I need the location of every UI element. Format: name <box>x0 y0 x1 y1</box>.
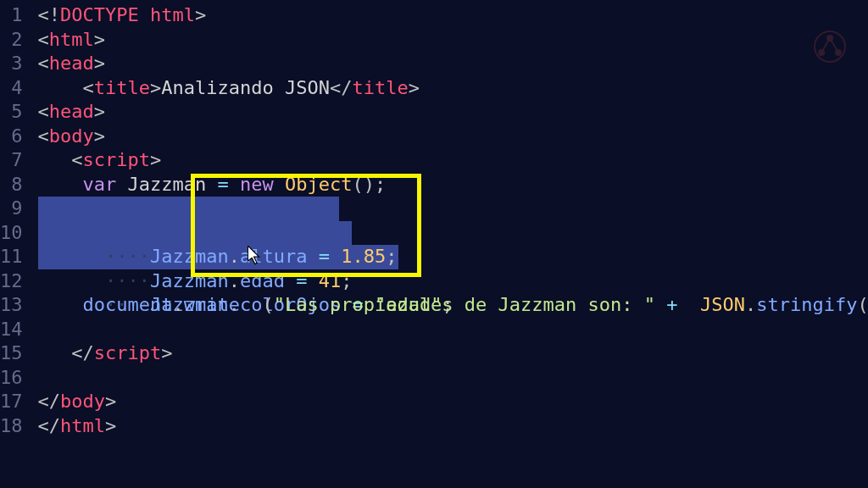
line-number: 17 <box>0 390 23 414</box>
watermark-icon <box>809 25 851 68</box>
line-number: 7 <box>0 148 23 173</box>
code-line[interactable]: </html> <box>38 414 869 439</box>
code-line[interactable]: <head> <box>38 100 869 125</box>
line-number: 9 <box>0 197 23 221</box>
code-area[interactable]: <!DOCTYPE html> <html> <head> <title>Ana… <box>38 0 869 488</box>
line-number: 3 <box>0 52 23 76</box>
code-line[interactable]: var Jazzman = new Object(); <box>38 173 869 197</box>
line-number: 12 <box>0 269 23 294</box>
line-number: 6 <box>0 125 23 149</box>
line-number: 13 <box>0 293 23 318</box>
line-number: 14 <box>0 318 23 342</box>
code-line[interactable]: document.write ("Las propiedades de Jazz… <box>38 293 869 318</box>
line-number: 8 <box>0 173 23 197</box>
code-line[interactable]: <head> <box>38 52 869 76</box>
code-line[interactable]: <script> <box>38 148 869 173</box>
code-line[interactable]: <html> <box>38 28 869 53</box>
line-number: 10 <box>0 221 23 246</box>
code-line[interactable]: <!DOCTYPE html> <box>38 3 869 28</box>
line-number: 18 <box>0 414 23 439</box>
code-line[interactable]: <body> <box>38 125 869 149</box>
code-line[interactable]: ····Jazzman.altura = 1.85; <box>38 197 869 221</box>
code-line[interactable] <box>38 366 869 391</box>
code-line[interactable]: ····Jazzman.edad = 41; <box>38 221 869 246</box>
code-editor[interactable]: 1 2 3 4 5 6 7 8 9 10 11 12 13 14 15 16 1… <box>0 0 868 488</box>
code-line[interactable] <box>38 318 869 342</box>
line-number: 15 <box>0 341 23 366</box>
line-number: 16 <box>0 366 23 391</box>
svg-line-4 <box>821 38 830 53</box>
line-number: 2 <box>0 28 23 53</box>
line-number: 4 <box>0 76 23 101</box>
selection-highlight <box>38 221 352 246</box>
selection-highlight <box>38 197 339 221</box>
code-line[interactable]: </body> <box>38 390 869 414</box>
code-line[interactable]: <title>Analizando JSON</title> <box>38 76 869 101</box>
line-number: 11 <box>0 245 23 269</box>
code-line[interactable]: </script> <box>38 341 869 366</box>
line-number: 5 <box>0 100 23 125</box>
line-gutter: 1 2 3 4 5 6 7 8 9 10 11 12 13 14 15 16 1… <box>0 0 38 488</box>
svg-line-5 <box>830 38 838 53</box>
line-number: 1 <box>0 3 23 28</box>
